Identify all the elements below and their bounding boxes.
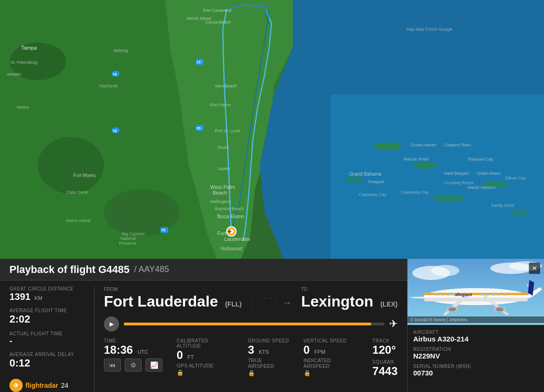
squawk-label: SQUAWK [373, 359, 398, 365]
from-label: FROM [104, 287, 242, 292]
svg-text:Fort Pierce: Fort Pierce [210, 102, 231, 107]
registration-value: N229NV [413, 352, 538, 360]
arrow-right: → [282, 297, 292, 308]
gps-alt-label: GPS ALTITUDE [177, 363, 234, 368]
svg-text:Elbow Cay: Elbow Cay [505, 176, 526, 180]
svg-text:Highlands: Highlands [99, 84, 119, 88]
svg-text:Boca Raton: Boca Raton [217, 213, 244, 219]
track-squawk-block: TRACK 120° SQUAWK 7443 [373, 338, 398, 378]
vertical-speed-block: VERTICAL SPEED 0 FPM INDICATED AIRSPEED … [304, 338, 358, 378]
svg-text:Castaway Cay: Castaway Cay [359, 192, 387, 197]
rewind-button[interactable]: ⏮ [104, 358, 121, 372]
squawk-value: 7443 [373, 365, 398, 378]
serial-number-label: SERIAL NUMBER (MSN) [413, 364, 538, 369]
fr24-icon: ✈ [9, 379, 23, 392]
settings-button[interactable]: ⚙ [125, 358, 142, 372]
svg-text:Venice: Venice [17, 105, 29, 110]
actual-flight-label: ACTUAL FLIGHT TIME [9, 331, 85, 336]
svg-rect-92 [486, 294, 489, 296]
svg-rect-88 [442, 294, 444, 296]
arrival-delay-value: 0:12 [9, 357, 85, 369]
great-circle-block: GREAT CIRCLE DISTANCE 1391 KM [9, 286, 85, 302]
flight-subtitle: / AAY485 [134, 264, 169, 274]
fr24-logo: ✈ flightradar 24 [9, 375, 85, 392]
actual-flight-block: ACTUAL FLIGHT TIME - [9, 331, 85, 346]
serial-number-value: 00730 [413, 369, 538, 377]
svg-text:Marsh Harbour: Marsh Harbour [468, 185, 496, 190]
svg-text:Crown Haven: Crown Haven [411, 143, 437, 147]
avg-flight-block: AVERAGE FLIGHT TIME 2:02 [9, 308, 85, 325]
svg-text:Boynton Beach: Boynton Beach [215, 206, 244, 211]
play-button[interactable]: ▶ [104, 316, 119, 332]
aircraft-details: AIRCRAFT Airbus A320-214 REGISTRATION N2… [408, 325, 544, 382]
gps-alt-lock: 🔒 [177, 369, 234, 376]
svg-text:✈: ✈ [228, 229, 232, 234]
actual-flight-value: - [9, 336, 85, 346]
svg-text:Castaway Cay: Castaway Cay [401, 190, 429, 195]
svg-text:Marco Island: Marco Island [66, 218, 91, 223]
svg-rect-87 [436, 294, 438, 296]
great-circle-value: 1391 KM [9, 291, 85, 302]
bottom-panel: Playback of flight G4485 / AAY485 GREAT … [0, 259, 544, 392]
svg-point-15 [413, 162, 437, 169]
cal-alt-label: CALIBRATED ALTITUDE [177, 338, 234, 349]
svg-rect-90 [453, 294, 455, 296]
avg-flight-label: AVERAGE FLIGHT TIME [9, 308, 85, 313]
chart-button[interactable]: 📈 [145, 358, 162, 372]
ground-speed-block: GROUND SPEED 3 KTS TRUE AIRSPEED 🔒 [248, 338, 289, 378]
svg-text:Map data ©2025 Google: Map data ©2025 Google [406, 27, 452, 32]
svg-rect-83 [424, 298, 528, 301]
close-panel-button[interactable]: ✕ [529, 263, 540, 274]
svg-text:Cocoa Beach: Cocoa Beach [205, 20, 231, 25]
svg-text:Great Abaco: Great Abaco [477, 171, 501, 176]
route-arrow: · · · · · · · · → [242, 294, 301, 311]
detail-row-1: REGISTRATION N229NV [413, 347, 538, 360]
svg-text:95: 95 [196, 126, 201, 130]
svg-text:Jupiter: Jupiter [218, 166, 230, 171]
svg-point-14 [373, 143, 401, 150]
flight-title: Playback of flight G4485 [9, 264, 129, 276]
progress-bar[interactable] [124, 323, 384, 325]
svg-point-99 [496, 307, 503, 311]
svg-text:Big Cypress: Big Cypress [122, 231, 145, 236]
dots: · · · · · · · · [251, 294, 280, 311]
tas-lock: 🔒 [248, 370, 289, 376]
svg-rect-89 [447, 294, 450, 296]
svg-text:15: 15 [196, 60, 201, 64]
svg-rect-93 [492, 294, 494, 296]
left-stats: GREAT CIRCLE DISTANCE 1391 KM AVERAGE FL… [0, 286, 94, 392]
svg-point-7 [57, 71, 132, 118]
svg-text:75: 75 [112, 72, 117, 77]
svg-text:Freeport: Freeport [368, 179, 385, 184]
svg-text:Grand Bahama: Grand Bahama [349, 171, 382, 177]
to-airport-name: Lexington (LEX) [301, 293, 398, 310]
svg-point-8 [38, 137, 104, 194]
main-flight: FROM Fort Lauderdale (FLL) · · · · · · ·… [94, 286, 407, 392]
ias-lock: 🔒 [304, 370, 358, 376]
vs-label: VERTICAL SPEED [304, 338, 358, 343]
svg-text:Lauderdale: Lauderdale [224, 236, 250, 242]
time-label: TIME [104, 338, 162, 343]
svg-point-19 [509, 210, 530, 215]
gs-value: 3 KTS [248, 343, 289, 357]
svg-text:West Palm: West Palm [210, 184, 235, 190]
controls-row: ⏮ ⚙ 📈 [104, 358, 162, 372]
svg-point-97 [449, 307, 456, 311]
plane-progress-icon: ✈ [389, 318, 398, 330]
svg-text:Fort Myers: Fort Myers [73, 173, 96, 178]
svg-rect-95 [503, 294, 506, 296]
track-label: TRACK [373, 338, 398, 343]
svg-text:allegiant: allegiant [455, 292, 472, 297]
svg-text:St. Petersburg: St. Petersburg [10, 60, 38, 65]
aircraft-photo: A allegiant [408, 259, 544, 325]
ias-label: INDICATED AIRSPEED [304, 358, 358, 369]
svg-rect-91 [481, 294, 483, 296]
aircraft-type-label: AIRCRAFT [413, 330, 538, 335]
map-container: ✈ Tampa St. Petersburg arwater Port Cana… [0, 0, 544, 259]
gs-label: GROUND SPEED [248, 338, 289, 343]
svg-text:Hard Bargain: Hard Bargain [444, 171, 469, 176]
avg-flight-value: 2:02 [9, 313, 85, 325]
svg-point-16 [345, 177, 364, 182]
svg-text:Pelican Point: Pelican Point [404, 157, 429, 162]
fr24-text-1: flightradar [26, 382, 58, 389]
